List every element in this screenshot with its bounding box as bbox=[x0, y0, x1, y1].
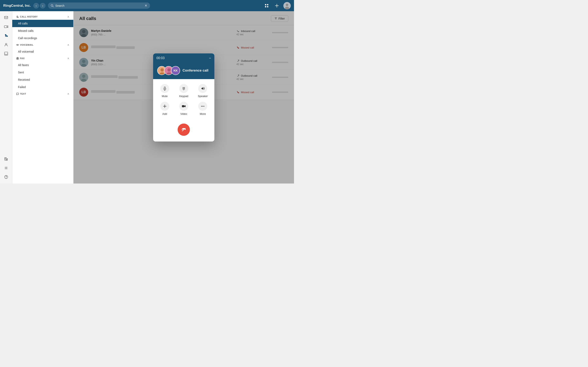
svg-point-47 bbox=[184, 87, 185, 88]
sidebar-inbox-icon[interactable] bbox=[2, 50, 10, 58]
topbar: RingCentral, Inc. ‹ › ✕ bbox=[0, 0, 294, 11]
sidebar-contacts-icon[interactable] bbox=[2, 41, 10, 49]
search-clear-button[interactable]: ✕ bbox=[145, 4, 147, 8]
svg-point-46 bbox=[183, 87, 184, 88]
more-icon bbox=[198, 102, 207, 111]
svg-point-51 bbox=[182, 89, 183, 89]
nav-item-missed-calls[interactable]: Missed calls bbox=[12, 27, 73, 34]
svg-point-61 bbox=[204, 106, 204, 107]
fax-toggle: ∧ bbox=[67, 57, 69, 60]
modal-header: 00:03 − bbox=[153, 53, 214, 63]
call-history-title: CALL HISTORY bbox=[16, 16, 38, 18]
speaker-icon bbox=[198, 84, 207, 93]
text-section-header[interactable]: TEXT ∧ bbox=[12, 91, 73, 97]
mute-label: Mute bbox=[162, 95, 168, 98]
svg-point-60 bbox=[202, 106, 203, 107]
mute-button[interactable]: Mute bbox=[157, 84, 172, 98]
main-content: All calls Filter Martyn Da bbox=[73, 11, 294, 184]
sidebar-video-icon[interactable] bbox=[2, 23, 10, 31]
svg-point-45 bbox=[182, 87, 183, 88]
video-icon bbox=[179, 102, 188, 111]
back-button[interactable]: ‹ bbox=[33, 3, 39, 8]
search-input[interactable] bbox=[55, 4, 143, 7]
svg-point-50 bbox=[184, 88, 185, 89]
participant-avatars: KK bbox=[157, 66, 180, 75]
mic-icon bbox=[160, 84, 169, 93]
left-panel: CALL HISTORY ∧ All calls Missed calls Ca… bbox=[12, 11, 73, 184]
icon-sidebar-bottom bbox=[2, 155, 10, 181]
nav-item-all-faxes[interactable]: All faxes bbox=[12, 61, 73, 69]
nav-item-sent[interactable]: Sent bbox=[12, 69, 73, 76]
svg-point-15 bbox=[6, 167, 7, 169]
more-button[interactable]: More bbox=[195, 102, 210, 115]
more-label: More bbox=[200, 112, 206, 115]
end-call-button[interactable] bbox=[178, 124, 190, 136]
svg-rect-5 bbox=[267, 6, 268, 7]
call-controls: Mute bbox=[153, 79, 214, 120]
search-icon bbox=[51, 4, 54, 8]
nav-item-all-voicemail[interactable]: All voicemail bbox=[12, 48, 73, 55]
minimize-button[interactable]: − bbox=[209, 56, 211, 60]
add-button[interactable] bbox=[273, 2, 281, 9]
nav-item-failed[interactable]: Failed bbox=[12, 83, 73, 91]
svg-marker-55 bbox=[201, 87, 203, 90]
svg-line-1 bbox=[53, 6, 53, 7]
svg-point-59 bbox=[201, 106, 202, 107]
nav-buttons: ‹ › bbox=[33, 3, 45, 8]
svg-point-53 bbox=[184, 89, 185, 89]
search-bar: ✕ bbox=[48, 2, 150, 9]
sidebar-help-icon[interactable] bbox=[2, 173, 10, 181]
keypad-icon bbox=[179, 84, 188, 93]
participant-avatar-3: KK bbox=[171, 66, 180, 75]
nav-item-all-calls[interactable]: All calls bbox=[12, 20, 73, 27]
speaker-button[interactable]: Speaker bbox=[195, 84, 210, 98]
speaker-label: Speaker bbox=[198, 95, 208, 98]
svg-point-40 bbox=[167, 68, 171, 72]
voicemail-toggle: ∧ bbox=[67, 43, 69, 46]
svg-rect-22 bbox=[17, 57, 18, 58]
keypad-label: Keypad bbox=[179, 95, 188, 98]
fax-section-header[interactable]: FAX ∧ bbox=[12, 55, 73, 61]
call-timer: 00:03 bbox=[156, 56, 164, 60]
svg-point-17 bbox=[6, 178, 6, 178]
icon-sidebar bbox=[0, 11, 12, 184]
nav-item-call-recordings[interactable]: Call recordings bbox=[12, 34, 73, 42]
svg-rect-4 bbox=[265, 6, 266, 7]
forward-button[interactable]: › bbox=[40, 3, 45, 8]
call-history-section-header[interactable]: CALL HISTORY ∧ bbox=[12, 14, 73, 20]
voicemail-title: VOICEMAIL bbox=[16, 44, 34, 46]
text-toggle: ∧ bbox=[67, 92, 69, 95]
svg-rect-12 bbox=[4, 26, 7, 28]
main-layout: CALL HISTORY ∧ All calls Missed calls Ca… bbox=[0, 11, 294, 184]
svg-point-37 bbox=[160, 68, 164, 72]
svg-rect-3 bbox=[267, 4, 268, 5]
keypad-button[interactable]: Keypad bbox=[176, 84, 191, 98]
video-button[interactable]: Video bbox=[176, 102, 191, 115]
add-call-button[interactable]: Add bbox=[157, 102, 172, 115]
nav-item-received[interactable]: Received bbox=[12, 76, 73, 83]
user-avatar[interactable] bbox=[283, 2, 291, 9]
svg-point-52 bbox=[183, 89, 184, 89]
app-logo: RingCentral, Inc. bbox=[3, 4, 31, 8]
svg-rect-11 bbox=[4, 16, 8, 19]
fax-title: FAX bbox=[16, 57, 25, 59]
end-call-section bbox=[153, 120, 214, 142]
svg-rect-2 bbox=[265, 4, 266, 5]
add-label: Add bbox=[162, 112, 167, 115]
svg-rect-42 bbox=[164, 87, 165, 89]
voicemail-section-header[interactable]: VOICEMAIL ∧ bbox=[12, 42, 73, 48]
modal-overlay: 00:03 − bbox=[73, 11, 294, 184]
topbar-right bbox=[263, 2, 291, 9]
conference-call-modal: 00:03 − bbox=[153, 53, 214, 142]
text-title: TEXT bbox=[16, 92, 26, 95]
sidebar-messages-icon[interactable] bbox=[2, 14, 10, 22]
svg-point-54 bbox=[183, 90, 184, 90]
svg-point-13 bbox=[5, 43, 7, 45]
grid-icon-button[interactable] bbox=[263, 2, 270, 9]
sidebar-puzzle-icon[interactable] bbox=[2, 155, 10, 163]
sidebar-settings-icon[interactable] bbox=[2, 164, 10, 172]
svg-rect-58 bbox=[182, 105, 184, 107]
call-type-label: Conference call bbox=[182, 68, 208, 73]
call-participants: KK Conference call bbox=[153, 63, 214, 79]
sidebar-phone-icon[interactable] bbox=[2, 32, 10, 40]
